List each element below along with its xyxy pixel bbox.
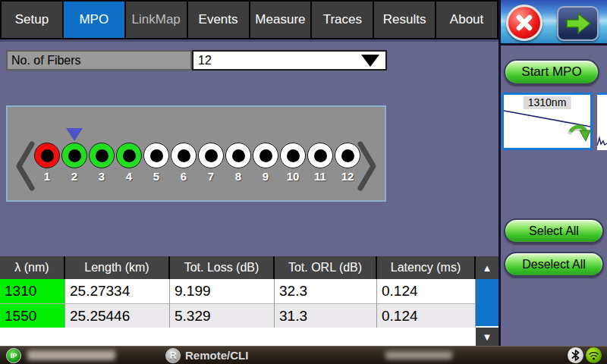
table-scroll-up-icon[interactable]: ▲ [476,256,498,279]
start-mpo-button[interactable]: Start MPO [504,59,599,85]
trace-thumbnail-next-partial[interactable] [597,93,607,150]
fiber-3[interactable]: 3 [88,143,115,183]
fiber-8[interactable]: 8 [225,143,252,183]
status-bar: IP R Remote/CLI [0,346,607,364]
curved-arrow-icon [567,123,591,147]
table-scrollbar[interactable]: ▼ [476,279,498,346]
bluetooth-icon [568,347,583,363]
trace-preview-fragment [597,135,607,147]
fiber-6-ring [171,143,197,168]
next-page-button[interactable] [557,6,599,41]
deselect-all-button[interactable]: Deselect All [504,252,604,277]
fiber-9-ring [253,143,278,168]
fiber-7[interactable]: 7 [197,143,225,183]
col-tot-loss: Tot. Loss (dB) [170,256,273,279]
fiber-3-ring [89,143,115,168]
remote-status-icon: R [165,348,181,363]
tabbar-divider [0,39,498,42]
fiber-1-ring [34,143,60,168]
ip-status-icon: IP [6,348,21,363]
fiber-1[interactable]: 1 [33,143,61,183]
table-row-1550[interactable]: 1550 25.25446 5.329 31.3 0.124 [0,303,498,328]
tab-linkmap[interactable]: LinkMap [126,2,187,38]
fiber-scroll-right-icon[interactable] [356,140,379,192]
fiber-11-ring [307,143,333,168]
fiber-4[interactable]: 4 [115,143,143,183]
tab-measure[interactable]: Measure [250,2,311,38]
fibers-count-value: 12 [198,54,212,67]
tab-mpo[interactable]: MPO [64,2,124,38]
tab-about[interactable]: About [436,2,497,38]
fiber-7-ring [198,143,224,168]
fiber-10[interactable]: 10 [279,143,307,183]
select-all-button[interactable]: Select All [504,218,604,243]
mpo-test-screen: Setup MPO LinkMap Events Measure Traces … [0,0,607,364]
dropdown-arrow-icon [361,55,379,67]
tab-traces[interactable]: Traces [312,2,373,38]
thumbnail-wavelength-label: 1310nm [524,96,571,109]
fiber-map-panel: 1 2 3 4 5 6 7 8 9 10 11 12 [6,105,386,202]
table-row-1310[interactable]: 1310 25.27334 9.199 32.3 0.124 [0,279,498,303]
table-scroll-down-icon[interactable]: ▼ [476,328,498,346]
fiber-2-ring [61,143,87,168]
col-length: Length (km) [65,256,168,279]
trace-thumbnail-1310[interactable]: 1310nm [502,93,593,150]
fiber-5-ring [143,143,169,168]
remote-cli-label: Remote/CLI [185,349,248,362]
fiber-row: 1 2 3 4 5 6 7 8 9 10 11 12 [33,143,361,183]
fiber-10-ring [280,143,306,168]
fiber-8-ring [225,143,251,168]
fibers-count-dropdown[interactable]: 12 [192,50,387,71]
close-x-icon [514,13,534,33]
sidebar: Start MPO 1310nm Select All Deselect All [501,0,607,346]
green-arrow-icon [563,11,593,36]
fiber-4-ring [116,143,142,168]
table-empty-area [0,328,476,346]
scrollbar-thumb[interactable] [476,279,498,326]
results-table: λ (nm) Length (km) Tot. Loss (dB) Tot. O… [0,256,498,346]
tab-setup[interactable]: Setup [2,2,62,38]
sidebar-header [501,0,607,46]
fiber-9[interactable]: 9 [252,143,279,183]
datetime-redacted [385,351,452,359]
tab-events[interactable]: Events [188,2,249,38]
tab-results[interactable]: Results [374,2,435,38]
fiber-5[interactable]: 5 [143,143,170,183]
main-tab-bar: Setup MPO LinkMap Events Measure Traces … [0,0,498,39]
col-latency: Latency (ms) [377,256,474,279]
ip-address-redacted [27,350,115,360]
table-header-row: λ (nm) Length (km) Tot. Loss (dB) Tot. O… [0,256,498,279]
fibers-count-label: No. of Fibers [6,50,192,71]
wifi-icon [586,347,602,363]
close-button[interactable] [506,5,543,41]
fiber-2[interactable]: 2 [61,143,88,183]
fiber-6[interactable]: 6 [170,143,197,183]
col-wavelength: λ (nm) [0,256,64,279]
col-tot-orl: Tot. ORL (dB) [275,256,376,279]
fiber-11[interactable]: 11 [307,143,334,183]
